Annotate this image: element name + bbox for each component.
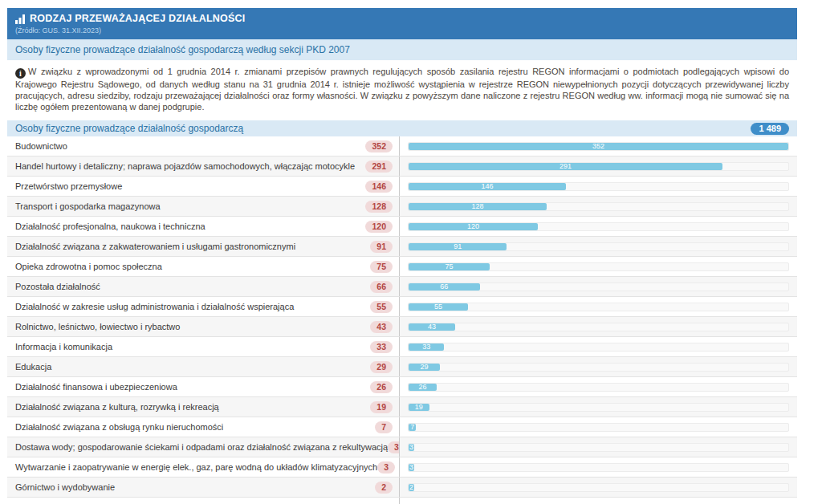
section-header: Osoby fizyczne prowadzące działalność go… [7, 120, 797, 136]
row-chart-cell: 7 [399, 417, 797, 437]
row-chart-cell: 66 [399, 277, 797, 296]
bar: 128 [409, 203, 547, 210]
bar: 75 [409, 263, 490, 270]
table-row: Działalność związana z zakwaterowaniem i… [7, 237, 797, 257]
row-value-badge: 352 [365, 140, 393, 152]
row-label-cell: Wytwarzanie i zaopatrywanie w energię el… [7, 457, 399, 477]
table-row: Rolnictwo, leśnictwo, łowiectwo i rybact… [7, 317, 797, 337]
table-row: Opieka zdrowotna i pomoc społeczna 75 75 [7, 257, 797, 277]
row-value-badge: 91 [370, 241, 393, 253]
bar-value-label: 19 [409, 404, 429, 411]
activity-table: Budownictwo 352 352 Handel hurtowy i det… [7, 136, 797, 498]
row-chart-cell: 3 [399, 437, 797, 457]
row-label: Opieka zdrowotna i pomoc społeczna [15, 262, 162, 271]
row-label-cell: Transport i gospodarka magazynowa 128 [7, 197, 399, 216]
bar: 29 [409, 364, 440, 371]
panel-source: (Źródło: GUS. 31.XII.2023) [15, 26, 789, 35]
table-row: Działalność związana z kulturą, rozrywką… [7, 397, 797, 417]
row-label-cell: Opieka zdrowotna i pomoc społeczna 75 [7, 257, 399, 276]
bar: 19 [409, 404, 429, 411]
bar-value-label: 26 [409, 384, 437, 391]
bar-value-label: 128 [409, 203, 547, 210]
bar-track: 352 [408, 142, 789, 151]
bar-track: 26 [408, 383, 789, 392]
bar-value-label: 3 [409, 444, 414, 451]
table-row: Edukacja 29 29 [7, 357, 797, 377]
row-chart-cell: 146 [399, 177, 797, 196]
bar-track: 91 [408, 242, 789, 251]
row-label: Wytwarzanie i zaopatrywanie w energię el… [15, 462, 377, 472]
bar: 26 [409, 384, 437, 391]
bar-value-label: 120 [409, 223, 538, 230]
table-row: Budownictwo 352 352 [7, 136, 797, 156]
row-label: Górnictwo i wydobywanie [15, 482, 115, 492]
row-label: Działalność związana z kulturą, rozrywką… [15, 402, 219, 412]
bar-value-label: 3 [409, 464, 414, 471]
row-value-badge: 291 [365, 161, 393, 173]
page: RODZAJ PRZEWAŻAJĄCEJ DZIAŁALNOŚCI (Źródł… [0, 0, 822, 504]
table-row: Działalność finansowa i ubezpieczeniowa … [7, 377, 797, 397]
bar-chart-icon [15, 14, 26, 24]
row-chart-cell: 43 [399, 317, 797, 336]
row-value-badge: 3 [388, 441, 399, 453]
table-row: Górnictwo i wydobywanie 2 2 [7, 478, 797, 498]
bar: 352 [409, 143, 788, 150]
bar-track: 43 [408, 323, 789, 331]
table-row: Dostawa wody; gospodarowanie ściekami i … [7, 437, 797, 457]
bar: 3 [409, 444, 414, 451]
bar-value-label: 7 [409, 424, 416, 431]
row-label: Działalność w zakresie usług administrow… [15, 302, 294, 311]
panel-title: RODZAJ PRZEWAŻAJĄCEJ DZIAŁALNOŚCI [30, 13, 245, 25]
row-chart-cell: 128 [399, 197, 797, 216]
bar-track: 291 [408, 162, 789, 171]
row-label-cell: Informacja i komunikacja 33 [7, 337, 399, 356]
row-value-badge: 3 [377, 461, 395, 474]
bar-value-label: 146 [409, 183, 566, 190]
row-label-cell: Budownictwo 352 [7, 136, 399, 156]
bar-value-label: 75 [409, 263, 490, 270]
row-chart-cell: 29 [399, 357, 797, 376]
info-icon: i [15, 68, 26, 79]
bar: 55 [409, 303, 468, 311]
row-label-cell: Przetwórstwo przemysłowe 146 [7, 177, 399, 196]
bar-value-label: 91 [409, 243, 507, 250]
row-label: Handel hurtowy i detaliczny; naprawa poj… [15, 161, 355, 171]
row-label: Działalność związana z obsługą rynku nie… [15, 422, 223, 432]
bar: 7 [409, 424, 416, 431]
table-row: Wytwarzanie i zaopatrywanie w energię el… [7, 457, 797, 478]
row-label-cell: Działalność w zakresie usług administrow… [7, 297, 399, 316]
row-label: Informacja i komunikacja [15, 342, 112, 352]
info-note-text: W związku z wprowadzonymi od 1 grudnia 2… [15, 67, 789, 112]
bar-track: 29 [408, 363, 789, 372]
row-chart-cell: 19 [399, 397, 797, 417]
bar: 120 [409, 223, 538, 230]
row-chart-cell: 26 [399, 377, 797, 396]
row-label: Edukacja [15, 362, 51, 372]
row-value-badge: 66 [370, 281, 393, 293]
row-label: Rolnictwo, leśnictwo, łowiectwo i rybact… [15, 322, 180, 331]
table-tail [7, 498, 797, 504]
bar-track: 120 [408, 222, 789, 231]
subtitle-text: Osoby fizyczne prowadzące działalność go… [15, 44, 350, 55]
row-value-badge: 120 [365, 221, 393, 233]
bar-track: 3 [408, 463, 789, 472]
row-value-badge: 43 [370, 321, 393, 333]
bar-track: 128 [408, 202, 789, 211]
bar-track: 19 [408, 403, 789, 412]
row-value-badge: 19 [370, 401, 393, 413]
bar-value-label: 43 [409, 323, 455, 331]
panel-header: RODZAJ PRZEWAŻAJĄCEJ DZIAŁALNOŚCI (Źródł… [7, 8, 797, 39]
subtitle-band: Osoby fizyczne prowadzące działalność go… [7, 39, 797, 60]
bar-track: 55 [408, 303, 789, 311]
row-label: Dostawa wody; gospodarowanie ściekami i … [15, 442, 388, 452]
row-value-badge: 75 [370, 261, 393, 273]
bar: 291 [409, 163, 722, 170]
bar-track: 2 [408, 483, 789, 492]
table-row: Przetwórstwo przemysłowe 146 146 [7, 177, 797, 197]
row-chart-cell: 291 [399, 156, 797, 176]
row-value-badge: 33 [370, 341, 393, 353]
row-chart-cell: 3 [399, 457, 797, 477]
bar-track: 7 [408, 423, 789, 432]
row-label-cell: Handel hurtowy i detaliczny; naprawa poj… [7, 156, 399, 176]
row-chart-cell: 91 [399, 237, 797, 256]
